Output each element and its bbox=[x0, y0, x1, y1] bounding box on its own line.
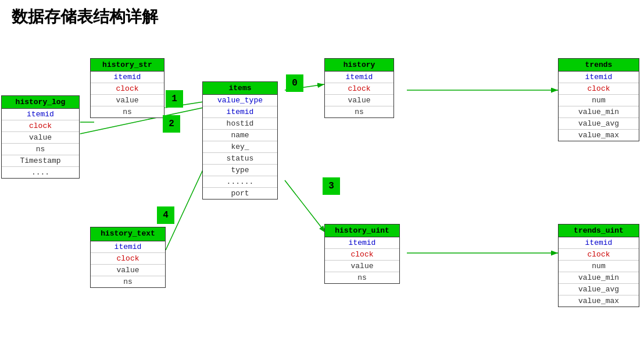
table-row: num bbox=[559, 95, 639, 106]
table-row: type bbox=[203, 165, 277, 176]
badge-4: 4 bbox=[157, 206, 174, 224]
table-row: name bbox=[203, 130, 277, 141]
table-row: status bbox=[203, 153, 277, 165]
table-row: clock bbox=[2, 120, 79, 132]
table-history-text-header: history_text bbox=[91, 227, 165, 241]
table-row: value_max bbox=[559, 130, 639, 141]
table-history-log-header: history_log bbox=[2, 96, 79, 109]
table-row: itemid bbox=[325, 72, 393, 83]
table-row: itemid bbox=[325, 237, 399, 249]
badge-0: 0 bbox=[286, 74, 303, 92]
table-row: ns bbox=[325, 272, 399, 283]
badge-2: 2 bbox=[163, 115, 180, 133]
table-row: value_min bbox=[559, 272, 639, 284]
table-trends: trends itemid clock num value_min value_… bbox=[558, 58, 639, 141]
table-row: key_ bbox=[203, 141, 277, 153]
table-row: clock bbox=[559, 249, 639, 261]
table-row: value_type bbox=[203, 95, 277, 106]
table-row: value bbox=[91, 95, 164, 106]
table-row: ns bbox=[91, 106, 164, 117]
table-row: num bbox=[559, 261, 639, 272]
table-trends-uint: trends_uint itemid clock num value_min v… bbox=[558, 224, 639, 307]
table-row: value_max bbox=[559, 295, 639, 307]
table-row: ns bbox=[325, 106, 393, 117]
table-history: history itemid clock value ns bbox=[324, 58, 394, 118]
table-row: itemid bbox=[203, 106, 277, 118]
table-row: ...... bbox=[203, 176, 277, 188]
table-row: clock bbox=[91, 253, 165, 265]
table-row: value_avg bbox=[559, 118, 639, 130]
table-row: itemid bbox=[559, 237, 639, 249]
table-row: Timestamp bbox=[2, 155, 79, 167]
page-title: 数据存储表结构详解 bbox=[12, 6, 158, 28]
table-history-uint: history_uint itemid clock value ns bbox=[324, 224, 400, 284]
table-row: value_min bbox=[559, 106, 639, 118]
table-row: value bbox=[325, 95, 393, 106]
table-row: clock bbox=[91, 83, 164, 95]
table-history-str-header: history_str bbox=[91, 59, 164, 72]
table-trends-header: trends bbox=[559, 59, 639, 72]
table-history-header: history bbox=[325, 59, 393, 72]
badge-1: 1 bbox=[166, 90, 183, 108]
table-row: itemid bbox=[91, 241, 165, 253]
table-row: clock bbox=[325, 249, 399, 261]
table-items: items value_type itemid hostid name key_… bbox=[202, 81, 278, 200]
table-history-log: history_log itemid clock value ns Timest… bbox=[1, 95, 80, 179]
table-row: value bbox=[2, 132, 79, 144]
table-row: ns bbox=[2, 144, 79, 155]
table-row: value_avg bbox=[559, 284, 639, 295]
table-items-header: items bbox=[203, 82, 277, 95]
table-row: value bbox=[325, 261, 399, 272]
table-row: .... bbox=[2, 167, 79, 178]
table-row: itemid bbox=[2, 109, 79, 120]
table-row: clock bbox=[325, 83, 393, 95]
table-row: itemid bbox=[91, 72, 164, 83]
table-history-str: history_str itemid clock value ns bbox=[90, 58, 164, 118]
table-history-text: history_text itemid clock value ns bbox=[90, 227, 166, 288]
svg-line-8 bbox=[285, 180, 325, 233]
table-row: clock bbox=[559, 83, 639, 95]
table-row: ns bbox=[91, 276, 165, 287]
table-trends-uint-header: trends_uint bbox=[559, 225, 639, 237]
table-history-uint-header: history_uint bbox=[325, 225, 399, 237]
table-row: hostid bbox=[203, 118, 277, 130]
table-row: port bbox=[203, 188, 277, 199]
table-row: itemid bbox=[559, 72, 639, 83]
badge-3: 3 bbox=[323, 177, 340, 195]
table-row: value bbox=[91, 265, 165, 276]
